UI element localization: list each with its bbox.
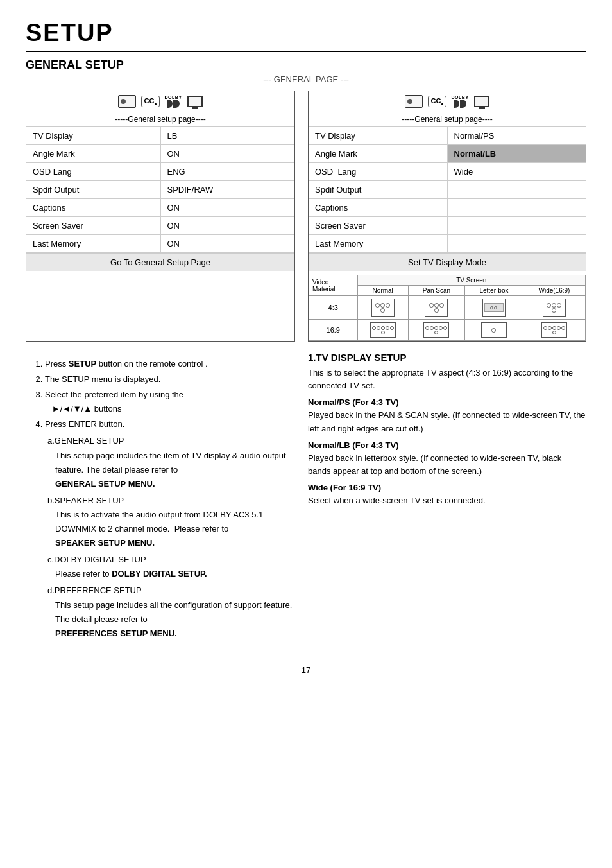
panel-row-captions-r: Captions <box>309 199 586 217</box>
instruction-4a: a.GENERAL SETUP This setup page includes… <box>47 434 295 490</box>
text-wide: Select when a wide-screen TV set is conn… <box>308 496 486 505</box>
tv-mode-table: VideoMaterial TV Screen Normal Pan Scan … <box>309 275 586 341</box>
tv-display-intro: This is to select the appropriate TV asp… <box>308 367 586 392</box>
panel-row-tvdisplay-r: TV Display Normal/PS <box>309 127 586 145</box>
panel-row-screensaver-r: Screen Saver <box>309 217 586 235</box>
panel-row-anglemark-r: Angle Mark Normal/LB <box>309 145 586 163</box>
cc-icon: CC● <box>141 96 159 107</box>
instruction-3: Select the preferred item by using the ►… <box>45 388 295 416</box>
panel-row-lastmemory-r: Last Memory <box>309 235 586 253</box>
instruction-4: Press ENTER button. a.GENERAL SETUP This… <box>45 417 295 640</box>
dolby-icon-right: DOLBY <box>452 95 469 108</box>
left-panel: CC● DOLBY -----General setup page---- TV… <box>26 91 295 342</box>
right-panel-subtitle: -----General setup page---- <box>309 112 586 127</box>
cc-icon-right: CC● <box>428 96 446 107</box>
right-panel-footer: Set TV Display Mode <box>309 253 586 271</box>
instruction-4d: d.PREFERENCE SETUP This setup page inclu… <box>47 584 295 640</box>
text-normal-ps: Played back in the PAN & SCAN style. (If… <box>308 410 586 433</box>
panel-row-osdlang-r: OSD Lang Wide <box>309 163 586 181</box>
label-normal-ps: Normal/PS (For 4:3 TV) <box>308 397 399 407</box>
dvd-icon <box>118 95 136 108</box>
instruction-4c: c.DOLBY DIGITAL SETUP Please refer to DO… <box>47 553 295 581</box>
right-panel: CC● DOLBY -----General setup page---- TV… <box>308 91 586 342</box>
dolby-icon: DOLBY <box>165 95 182 108</box>
panel-row-osdlang: OSD Lang ENG <box>26 163 294 181</box>
section-title: GENERAL SETUP <box>26 58 586 72</box>
page-number: 17 <box>26 665 586 675</box>
left-panel-subtitle: -----General setup page---- <box>26 112 294 127</box>
instruction-2: The SETUP menu is displayed. <box>45 372 295 386</box>
panel-row-captions: Captions ON <box>26 199 294 217</box>
dvd-icon-right <box>405 95 423 108</box>
page-title: SETUP <box>26 19 586 52</box>
panel-row-anglemark: Angle Mark ON <box>26 145 294 163</box>
monitor-icon-right <box>474 96 489 107</box>
panel-row-screensaver: Screen Saver ON <box>26 217 294 235</box>
left-panel-footer[interactable]: Go To General Setup Page <box>26 253 294 271</box>
text-normal-lb: Played back in letterbox style. (If conn… <box>308 453 561 476</box>
tv-display-title: 1.TV DISPLAY SETUP <box>308 352 586 363</box>
instructions-section: Press SETUP button on the remote control… <box>26 357 295 642</box>
monitor-icon <box>187 96 203 107</box>
instruction-1: Press SETUP button on the remote control… <box>45 357 295 371</box>
instruction-4b: b.SPEAKER SETUP This is to activate the … <box>47 494 295 550</box>
panel-row-lastmemory: Last Memory ON <box>26 235 294 253</box>
panel-row-spdif-r: Spdif Output <box>309 181 586 199</box>
panel-row-tvdisplay: TV Display LB <box>26 127 294 145</box>
label-normal-lb: Normal/LB (For 4:3 TV) <box>308 440 399 450</box>
label-wide: Wide (For 16:9 TV) <box>308 483 381 492</box>
panel-row-spdif: Spdif Output SPDIF/RAW <box>26 181 294 199</box>
sub-heading: --- GENERAL PAGE --- <box>26 74 586 84</box>
tv-display-description: 1.TV DISPLAY SETUP This is to select the… <box>308 352 586 652</box>
